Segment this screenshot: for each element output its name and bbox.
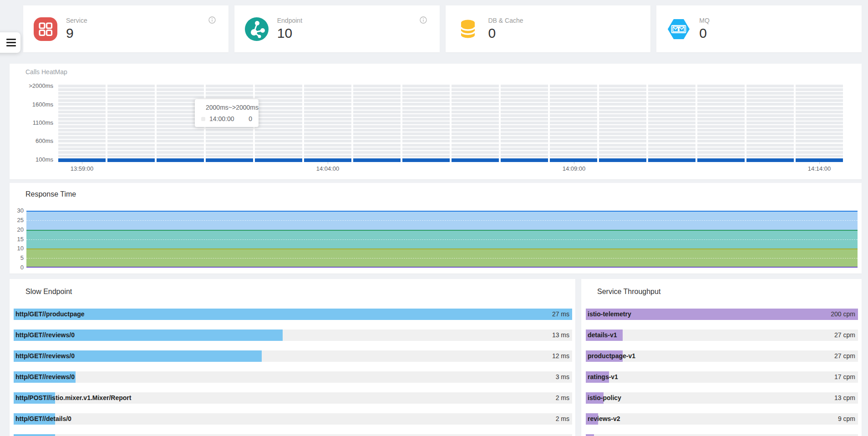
heatmap-cell — [796, 129, 843, 132]
service-throughput-row[interactable]: productpage-v127 cpm — [586, 350, 858, 362]
slow-endpoint-row[interactable]: http/GET//details/02 ms — [14, 413, 572, 425]
service-grid-icon — [33, 17, 58, 41]
heatmap-cell — [697, 111, 745, 113]
heatmap-cell — [353, 92, 401, 95]
heatmap-cell — [746, 92, 794, 95]
heatmap-cell — [550, 155, 597, 157]
info-icon[interactable] — [420, 16, 427, 24]
bar-value: 9 cpm — [838, 413, 855, 425]
heatmap-cell — [501, 88, 548, 91]
heatmap-cell — [452, 114, 499, 117]
heatmap-row — [58, 96, 843, 98]
heatmap-cell — [599, 158, 646, 162]
heatmap-cell — [796, 107, 843, 110]
heatmap-cell — [550, 136, 597, 139]
service-throughput-row[interactable]: istio-telemetry200 cpm — [586, 309, 858, 320]
heatmap-cell — [353, 129, 401, 132]
heatmap-row — [58, 88, 843, 91]
heatmap-cell — [304, 103, 351, 106]
slow-endpoint-row[interactable]: http/GET//productpage27 ms — [14, 309, 572, 320]
heatmap-row — [58, 140, 843, 142]
heatmap-cell — [107, 144, 155, 147]
heatmap-row — [58, 103, 843, 106]
heatmap-cell — [255, 107, 302, 110]
heatmap-cell — [550, 144, 597, 147]
heatmap-row — [58, 144, 843, 147]
slow-endpoint-row[interactable]: http/GET//reviews/03 ms — [14, 371, 572, 383]
heatmap-cell — [599, 107, 646, 110]
bar-value: 2 ms — [556, 392, 569, 404]
heatmap-cell — [501, 96, 548, 98]
heatmap-cell — [402, 144, 450, 147]
heatmap-row — [58, 85, 843, 87]
heatmap-cell — [550, 151, 597, 154]
heatmap-cell — [255, 147, 302, 150]
heatmap-cell — [501, 103, 548, 106]
heatmap-row — [58, 99, 843, 102]
calls-heatmap-card: Calls HeatMap >2000ms 1600ms 1100ms 600m… — [10, 64, 862, 179]
heatmap-cell — [157, 147, 204, 150]
heatmap-cell — [599, 155, 646, 157]
heatmap-cell — [599, 122, 646, 124]
heatmap-cell — [599, 103, 646, 106]
heatmap-cell — [353, 125, 401, 128]
heatmap-cell — [599, 129, 646, 132]
info-icon[interactable] — [208, 16, 216, 24]
bar-value: 2 ms — [556, 413, 569, 425]
heatmap-cell — [157, 92, 204, 95]
heatmap-cell — [353, 103, 401, 106]
heatmap-cell — [550, 111, 597, 113]
heatmap-cell — [304, 129, 351, 132]
heatmap-cell — [796, 96, 843, 98]
heatmap-cell — [304, 92, 351, 95]
service-throughput-row[interactable]: istio-policy13 cpm — [586, 392, 858, 404]
heatmap-cell — [746, 99, 794, 102]
heatmap-cell — [697, 132, 745, 135]
heatmap-cell — [58, 103, 106, 106]
heatmap-cell — [58, 122, 106, 124]
heatmap-cell — [107, 85, 155, 87]
heatmap-cell — [107, 158, 155, 162]
slow-endpoint-row[interactable]: http/GET//reviews/013 ms — [14, 330, 572, 341]
slow-endpoint-row[interactable]: http/GET//reviews/012 ms — [14, 350, 572, 362]
heatmap-cell — [58, 118, 106, 121]
heatmap-cell — [58, 114, 106, 117]
heatmap-tooltip: 2000ms~>2000ms 14:00:00 0 — [195, 99, 259, 127]
heatmap-cell — [599, 118, 646, 121]
slow-endpoint-row[interactable]: http/POST//istio.mixer.v1.Mixer/Report2 … — [14, 392, 572, 404]
service-throughput-row[interactable] — [586, 434, 858, 436]
response-time-chart[interactable] — [26, 211, 858, 268]
slow-endpoint-row[interactable] — [14, 434, 572, 436]
heatmap-cell — [107, 129, 155, 132]
heatmap-cell — [452, 103, 499, 106]
slow-endpoint-list: http/GET//productpage27 mshttp/GET//revi… — [14, 309, 572, 436]
y-axis-tick: 30 — [17, 207, 24, 214]
heatmap-cell — [550, 129, 597, 132]
heatmap-cell — [58, 132, 106, 135]
heatmap-cell — [157, 144, 204, 147]
heatmap-cell — [255, 103, 302, 106]
service-throughput-row[interactable]: ratings-v117 cpm — [586, 371, 858, 383]
heatmap-cell — [697, 144, 745, 147]
heatmap-cell — [746, 132, 794, 135]
heatmap-cell — [107, 107, 155, 110]
heatmap-cell — [697, 96, 745, 98]
bar-value: 3 ms — [556, 371, 569, 383]
heatmap-cell — [157, 140, 204, 142]
sidebar-toggle-button[interactable] — [0, 32, 20, 53]
heatmap-cell — [353, 107, 401, 110]
heatmap-cell — [402, 99, 450, 102]
calls-heatmap-grid[interactable] — [58, 85, 843, 162]
heatmap-cell — [746, 151, 794, 154]
service-throughput-row[interactable]: details-v127 cpm — [586, 330, 858, 341]
heatmap-cell — [402, 136, 450, 139]
heatmap-cell — [501, 85, 548, 87]
service-throughput-list: istio-telemetry200 cpmdetails-v127 cpmpr… — [586, 309, 858, 436]
x-axis-tick-mark — [819, 162, 820, 164]
heatmap-cell — [550, 92, 597, 95]
heatmap-cell — [697, 151, 745, 154]
x-axis-tick: 14:14:00 — [794, 165, 844, 172]
heatmap-cell — [599, 136, 646, 139]
heatmap-cell — [452, 125, 499, 128]
service-throughput-row[interactable]: reviews-v29 cpm — [586, 413, 858, 425]
